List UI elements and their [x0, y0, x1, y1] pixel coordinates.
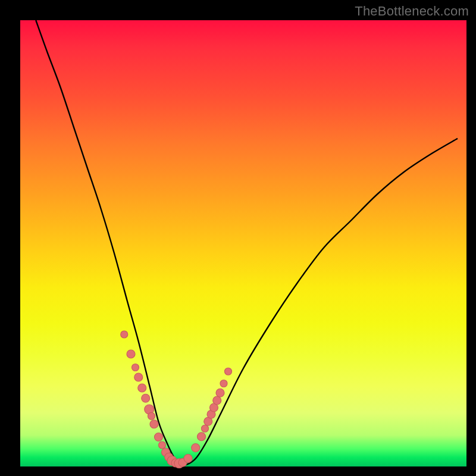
marker-dot: [220, 380, 227, 387]
marker-dot: [138, 384, 146, 392]
marker-dot: [127, 350, 135, 358]
marker-dot: [134, 373, 143, 381]
marker-dot: [198, 433, 206, 441]
marker-dot: [202, 425, 209, 432]
marker-dot: [225, 368, 232, 375]
bottleneck-curve: [36, 20, 458, 465]
marker-dot: [216, 389, 224, 397]
marker-dot: [121, 331, 128, 338]
watermark-text: TheBottleneck.com: [355, 4, 469, 19]
marker-dot: [142, 394, 150, 402]
marker-dot: [155, 433, 163, 441]
marker-dot: [213, 396, 221, 405]
curve-overlay: [20, 20, 466, 466]
chart-frame: TheBottleneck.com: [0, 0, 476, 476]
marker-dot: [148, 412, 155, 419]
marker-dot: [132, 364, 139, 371]
marker-dot: [192, 444, 200, 452]
marker-band: [121, 331, 232, 468]
marker-dot: [159, 441, 166, 449]
marker-dot: [184, 455, 192, 463]
marker-dot: [150, 420, 158, 428]
